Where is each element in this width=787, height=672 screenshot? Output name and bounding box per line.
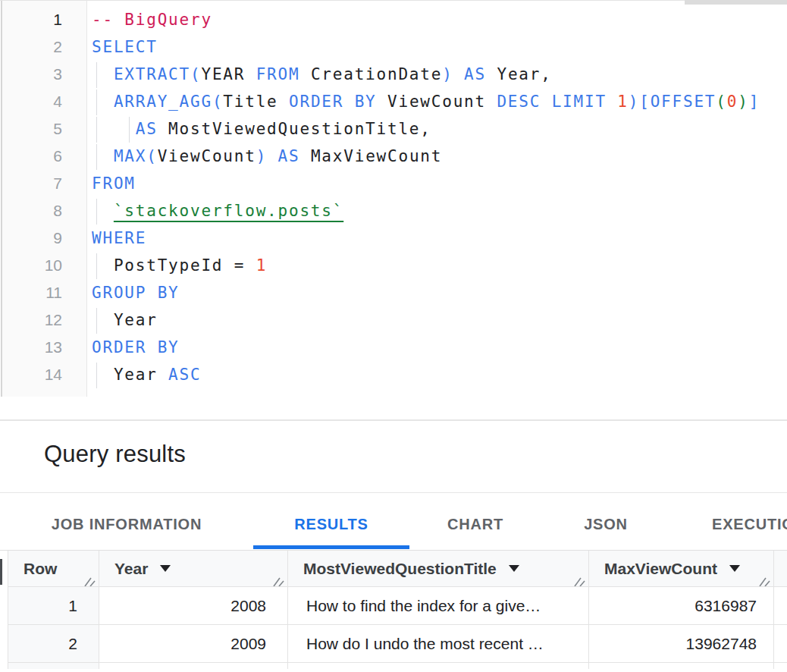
extra-cell — [773, 625, 787, 662]
code-line[interactable]: 10 PostTypeId = 1 — [0, 252, 787, 279]
code-line[interactable]: 8 `stackoverflow.posts` — [0, 197, 787, 225]
line-number: 9 — [0, 225, 62, 252]
indent-guide — [96, 62, 97, 88]
tab-label: JOB INFORMATION — [52, 516, 202, 533]
line-number: 1 — [0, 6, 62, 33]
code-token: PostTypeId = — [92, 256, 256, 275]
tab-execution-details[interactable]: EXECUTION DETAILS — [670, 493, 787, 550]
max-view-count-cell: 6316987 — [588, 587, 773, 624]
indent-guide — [96, 363, 97, 388]
cell — [588, 663, 773, 669]
table-row-partial — [8, 663, 787, 669]
code-line[interactable]: 13ORDER BY — [0, 334, 787, 361]
page-title: Query results — [0, 421, 787, 468]
code-line[interactable]: 9WHERE — [0, 225, 787, 252]
code-token: 0 — [727, 93, 738, 111]
column-header-mostviewedquestiontitle[interactable]: MostViewedQuestionTitle — [287, 551, 588, 586]
column-label: Row — [24, 560, 57, 578]
year-cell: 2009 — [99, 625, 287, 662]
code-token — [92, 202, 114, 220]
line-number: 5 — [0, 115, 62, 143]
top-scrollbar-fragment — [685, 0, 787, 5]
tab-results[interactable]: RESULTS — [253, 493, 409, 550]
results-tabbar: JOB INFORMATIONRESULTSCHARTJSONEXECUTION… — [0, 493, 787, 551]
code-token: `stackoverflow.posts` — [114, 202, 343, 220]
code-token: WHERE — [92, 229, 146, 247]
cell — [287, 663, 588, 669]
code-token: AS — [278, 147, 300, 165]
query-results-header: Query results — [0, 421, 787, 493]
code-editor[interactable]: 1-- BigQuery2SELECT3 EXTRACT(YEAR FROM C… — [0, 6, 787, 388]
line-number: 10 — [0, 252, 62, 279]
line-number: 14 — [0, 361, 62, 388]
code-token: YEAR — [201, 65, 256, 83]
code-line[interactable]: 7FROM — [0, 170, 787, 197]
results-table: RowYearMostViewedQuestionTitleMaxViewCou… — [8, 551, 787, 669]
code-token: ] — [749, 93, 760, 111]
column-label: Year — [114, 560, 148, 578]
line-number: 6 — [0, 143, 62, 170]
line-number: 11 — [0, 279, 62, 306]
tab-chart[interactable]: CHART — [409, 493, 541, 550]
tab-label: CHART — [447, 516, 503, 533]
code-token: GROUP BY — [92, 284, 180, 302]
indent-guide — [129, 117, 130, 143]
code-token: AS — [464, 65, 486, 83]
code-token: ) — [256, 147, 267, 165]
code-token — [607, 93, 617, 111]
code-token: AS — [136, 120, 158, 138]
code-token: MAX( — [114, 147, 158, 165]
column-header-year[interactable]: Year — [99, 551, 287, 586]
indent-guide — [96, 144, 97, 170]
code-token: ViewCount — [377, 93, 497, 111]
code-token: Year, — [486, 65, 552, 83]
code-line[interactable]: 1-- BigQuery — [0, 6, 787, 33]
code-token: ORDER BY — [92, 338, 180, 356]
code-token: ARRAY_AGG( — [114, 93, 223, 111]
code-token: ) — [738, 93, 748, 111]
tab-job-information[interactable]: JOB INFORMATION — [0, 493, 253, 550]
column-resize-handle-icon[interactable] — [573, 573, 585, 583]
code-line[interactable]: 5 AS MostViewedQuestionTitle, — [0, 115, 787, 143]
code-token: MaxViewCount — [299, 147, 442, 165]
code-line[interactable]: 4 ARRAY_AGG(Title ORDER BY ViewCount DES… — [0, 88, 787, 115]
code-token: ASC — [168, 366, 201, 384]
code-line[interactable]: 6 MAX(ViewCount) AS MaxViewCount — [0, 143, 787, 170]
column-header-row[interactable]: Row — [8, 551, 99, 586]
indent-guide — [96, 253, 97, 279]
table-row: 12008How to find the index for a give…63… — [8, 587, 787, 625]
max-view-count-cell: 13962748 — [588, 625, 773, 662]
code-line[interactable]: 2SELECT — [0, 33, 787, 61]
column-header-maxviewcount[interactable]: MaxViewCount — [588, 551, 773, 586]
code-line[interactable]: 3 EXTRACT(YEAR FROM CreationDate) AS Yea… — [0, 61, 787, 88]
indent-guide — [96, 117, 97, 143]
column-resize-handle-icon[interactable] — [758, 573, 770, 583]
code-line[interactable]: 12 Year — [0, 306, 787, 334]
column-label: MaxViewCount — [604, 560, 717, 578]
column-menu-arrow-icon[interactable] — [509, 565, 519, 572]
sql-editor[interactable]: 1-- BigQuery2SELECT3 EXTRACT(YEAR FROM C… — [0, 0, 787, 419]
code-token: Title — [223, 93, 289, 111]
code-line[interactable]: 14 Year ASC — [0, 361, 787, 388]
title-cell: How to find the index for a give… — [287, 587, 588, 624]
indent-guide — [96, 199, 97, 225]
column-label: MostViewedQuestionTitle — [303, 560, 497, 578]
top-divider — [0, 0, 787, 1]
column-resize-handle-icon[interactable] — [83, 573, 96, 583]
line-number: 8 — [0, 197, 62, 225]
scrollbar-thumb[interactable] — [0, 559, 2, 585]
column-menu-arrow-icon[interactable] — [160, 565, 171, 572]
code-line[interactable]: 11GROUP BY — [0, 279, 787, 306]
column-menu-arrow-icon[interactable] — [729, 565, 740, 572]
extra-cell — [773, 587, 787, 624]
column-resize-handle-icon[interactable] — [272, 573, 284, 583]
code-token: FROM — [92, 174, 136, 193]
code-token — [92, 65, 114, 83]
code-token: Year — [92, 311, 158, 329]
cell — [99, 663, 287, 669]
cell — [773, 663, 787, 669]
code-token: DESC LIMIT — [497, 93, 606, 111]
code-token: )[OFFSET — [629, 93, 716, 111]
year-cell: 2008 — [99, 587, 287, 624]
tab-json[interactable]: JSON — [541, 493, 670, 550]
